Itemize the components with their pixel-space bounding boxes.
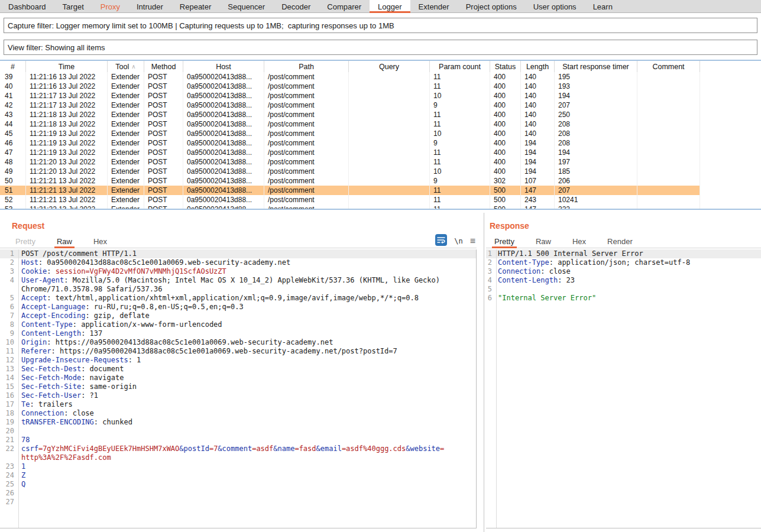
nav-tab-extender[interactable]: Extender: [410, 0, 458, 13]
cell-query: [349, 167, 430, 176]
cell-status: 400: [490, 72, 521, 82]
line-content: Content-Type: application/json; charset=…: [494, 258, 690, 267]
log-row-40[interactable]: 4011:21:16 13 Jul 2022ExtenderPOST0a9500…: [0, 82, 700, 91]
log-row-44[interactable]: 4411:21:18 13 Jul 2022ExtenderPOST0a9500…: [0, 119, 700, 129]
cell-param-count: 10: [430, 167, 490, 176]
syntax-name: User-Agent: [21, 276, 64, 284]
column-header-length[interactable]: Length: [521, 61, 555, 72]
nav-tab-project-options[interactable]: Project options: [458, 0, 525, 13]
log-row-39[interactable]: 3911:21:16 13 Jul 2022ExtenderPOST0a9500…: [0, 72, 700, 82]
cell-start-response-timer: 208: [555, 138, 637, 148]
column-header-comment[interactable]: Comment: [637, 61, 700, 72]
capture-filter-bar[interactable]: Capture filter: Logger memory limit set …: [4, 18, 757, 33]
log-row-49[interactable]: 4911:21:20 13 Jul 2022ExtenderPOST0a9500…: [0, 167, 700, 176]
cell-status: 500: [490, 186, 521, 195]
log-row-48[interactable]: 4811:21:20 13 Jul 2022ExtenderPOST0a9500…: [0, 157, 700, 167]
column-header-method[interactable]: Method: [144, 61, 183, 72]
line-number: 3: [0, 267, 17, 276]
syntax-name: tRANSFER-ENCODING: [21, 418, 94, 426]
column-header--[interactable]: #: [0, 61, 26, 72]
editor-line: 4Content-Length: 23: [486, 276, 761, 285]
column-header-host[interactable]: Host: [183, 61, 264, 72]
newline-toggle-icon[interactable]: \n: [454, 237, 462, 245]
response-tab-render[interactable]: Render: [605, 235, 635, 248]
cell-param-count: 10: [430, 91, 490, 100]
syntax-plain: : same-origin: [81, 382, 137, 391]
log-row-52[interactable]: 5211:21:21 13 Jul 2022ExtenderPOST0a9500…: [0, 195, 700, 205]
editor-line: 15Sec-Fetch-Site: same-origin: [0, 382, 476, 391]
log-row-47[interactable]: 4711:21:19 13 Jul 2022ExtenderPOST0a9500…: [0, 148, 700, 157]
log-row-53[interactable]: 5311:21:22 13 Jul 2022ExtenderPOST0a9500…: [0, 205, 700, 210]
cell-host: 0a9500020413d88...: [183, 100, 264, 110]
cell-param-count: 11: [430, 186, 490, 195]
line-number: 6: [486, 294, 494, 303]
cell-length: 140: [521, 91, 555, 100]
syntax-plain: : application/json; charset=utf-8: [549, 258, 690, 267]
column-label: Path: [299, 63, 314, 71]
nav-tab-logger[interactable]: Logger: [370, 0, 410, 13]
log-row-50[interactable]: 5011:21:21 13 Jul 2022ExtenderPOST0a9500…: [0, 176, 700, 186]
editor-line: 27: [0, 498, 476, 507]
word-wrap-icon[interactable]: [435, 234, 447, 248]
line-number: 26: [0, 489, 17, 498]
column-header-path[interactable]: Path: [264, 61, 349, 72]
log-row-46[interactable]: 4611:21:19 13 Jul 2022ExtenderPOST0a9500…: [0, 138, 700, 148]
log-row-41[interactable]: 4111:21:17 13 Jul 2022ExtenderPOST0a9500…: [0, 91, 700, 100]
column-header-query[interactable]: Query: [349, 61, 430, 72]
syntax-name: Accept: [21, 294, 47, 302]
nav-tab-user-options[interactable]: User options: [525, 0, 585, 13]
cell-time: 11:21:21 13 Jul 2022: [26, 195, 108, 205]
nav-tab-learn[interactable]: Learn: [585, 0, 621, 13]
cell-query: [349, 129, 430, 138]
line-number: 5: [486, 285, 494, 294]
nav-tab-dashboard[interactable]: Dashboard: [0, 0, 54, 13]
column-header-status[interactable]: Status: [490, 61, 521, 72]
view-filter-bar[interactable]: View filter: Showing all items: [4, 40, 757, 55]
cell-path: /post/comment: [264, 100, 349, 110]
cell-time: 11:21:20 13 Jul 2022: [26, 157, 108, 167]
request-tab-pretty[interactable]: Pretty: [13, 235, 38, 248]
log-row-43[interactable]: 4311:21:18 13 Jul 2022ExtenderPOST0a9500…: [0, 110, 700, 119]
cell--: 52: [0, 195, 26, 205]
nav-tab-intruder[interactable]: Intruder: [128, 0, 171, 13]
syntax-plain: POST /post/comment HTTP/1.1: [21, 249, 137, 258]
cell-time: 11:21:20 13 Jul 2022: [26, 167, 108, 176]
nav-tab-sequencer[interactable]: Sequencer: [219, 0, 273, 13]
log-row-42[interactable]: 4211:21:17 13 Jul 2022ExtenderPOST0a9500…: [0, 100, 700, 110]
editor-line: 20: [0, 427, 476, 436]
log-row-51[interactable]: 5111:21:21 13 Jul 2022ExtenderPOST0a9500…: [0, 186, 700, 195]
cell-path: /post/comment: [264, 186, 349, 195]
line-number: 2: [486, 258, 494, 267]
editor-line: 13Sec-Fetch-Dest: document: [0, 365, 476, 374]
cell-start-response-timer: 195: [555, 72, 637, 82]
nav-tab-comparer[interactable]: Comparer: [319, 0, 370, 13]
response-tab-hex[interactable]: Hex: [570, 235, 588, 248]
column-header-start-response-timer[interactable]: Start response timer: [555, 61, 637, 72]
log-row-45[interactable]: 4511:21:19 13 Jul 2022ExtenderPOST0a9500…: [0, 129, 700, 138]
view-filter-text: View filter: Showing all items: [8, 43, 105, 52]
nav-tab-decoder[interactable]: Decoder: [273, 0, 319, 13]
line-number: [0, 453, 17, 462]
editor-menu-icon[interactable]: ≡: [470, 235, 475, 247]
nav-tab-repeater[interactable]: Repeater: [171, 0, 219, 13]
cell-method: POST: [144, 157, 183, 167]
request-tab-raw[interactable]: Raw: [54, 235, 75, 248]
nav-tab-target[interactable]: Target: [54, 0, 92, 13]
request-tab-hex[interactable]: Hex: [91, 235, 109, 248]
response-tab-pretty[interactable]: Pretty: [492, 235, 517, 248]
nav-tab-proxy[interactable]: Proxy: [92, 0, 128, 13]
cell-comment: [637, 110, 700, 119]
column-header-tool[interactable]: Tool∧: [108, 61, 144, 72]
request-response-splitter[interactable]: [484, 213, 484, 532]
logger-table: #TimeTool∧MethodHostPathQueryParam count…: [0, 60, 761, 210]
cell-param-count: 11: [430, 195, 490, 205]
response-editor[interactable]: 1HTTP/1.1 500 Internal Server Error2Cont…: [486, 249, 761, 528]
column-header-param-count[interactable]: Param count: [430, 61, 490, 72]
line-number: 19: [0, 418, 17, 427]
line-number: 13: [0, 365, 17, 374]
column-header-time[interactable]: Time: [26, 61, 108, 72]
cell-length: 243: [521, 195, 555, 205]
response-tab-raw[interactable]: Raw: [533, 235, 553, 248]
cell-length: 147: [521, 205, 555, 210]
request-editor[interactable]: 1POST /post/comment HTTP/1.12Host: 0a950…: [0, 249, 477, 528]
